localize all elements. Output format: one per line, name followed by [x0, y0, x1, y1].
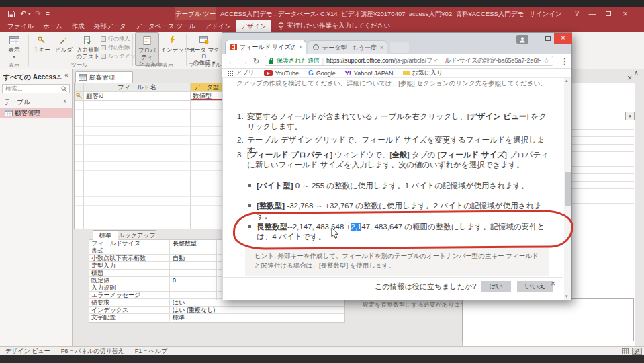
ribbon-tab-4[interactable]: データベース ツール — [131, 20, 200, 32]
feedback-yes-button[interactable]: はい — [481, 281, 511, 292]
row-selector[interactable] — [75, 171, 84, 179]
props-tab-lookup[interactable]: ルックアップ — [118, 230, 156, 240]
field-name-cell[interactable] — [84, 162, 191, 171]
ribbon-tab-5[interactable]: アドイン — [200, 20, 236, 32]
property-value[interactable]: 長整数型 — [170, 240, 197, 247]
sidebar-item-table[interactable]: 顧客管理 — [0, 108, 72, 118]
scroll-down-icon[interactable]: ▾ — [565, 294, 568, 299]
field-name-cell[interactable] — [84, 197, 191, 206]
field-name-cell[interactable] — [84, 118, 191, 127]
reload-icon[interactable]: ↻ — [253, 54, 259, 69]
row-selector[interactable] — [75, 92, 84, 101]
design-view-button[interactable] — [632, 348, 642, 355]
field-name-cell[interactable] — [84, 136, 191, 145]
ribbon-small-button-0[interactable]: 行の挿入 — [101, 34, 132, 43]
field-name-cell[interactable] — [84, 110, 191, 118]
quick-access-customize-icon[interactable]: = — [46, 7, 50, 20]
nav-menu-chevron-icon[interactable]: ▾ — [58, 73, 60, 79]
property-value[interactable] — [170, 292, 173, 298]
ribbon-tab-6[interactable]: デザイン — [236, 20, 271, 32]
back-icon[interactable]: ← — [228, 54, 236, 69]
browser-close-icon[interactable]: × — [554, 33, 572, 44]
property-value[interactable]: はい — [170, 299, 185, 306]
browser-tab-inactive[interactable]: i データ型 - もう一度学ぶM × — [308, 40, 387, 54]
minimize-icon[interactable]: — — [587, 7, 598, 20]
shutter-collapse-icon[interactable]: « — [64, 71, 68, 79]
contextual-tab-table-tools[interactable]: テーブル ツール — [175, 7, 216, 20]
property-value[interactable] — [170, 270, 173, 276]
ribbon-tab-0[interactable]: ファイル — [3, 20, 38, 32]
row-selector[interactable] — [75, 136, 84, 145]
property-value[interactable] — [170, 284, 173, 291]
property-value[interactable]: はい (重複なし) — [170, 307, 215, 313]
tab-close-icon[interactable]: × — [380, 41, 383, 54]
sidebar-section-tables[interactable]: テーブル ∧ — [0, 98, 72, 106]
tab-close-icon[interactable]: × — [299, 40, 302, 54]
field-name-cell[interactable] — [84, 179, 191, 188]
sign-in-button[interactable]: サインイン — [529, 7, 562, 20]
maximize-icon[interactable] — [606, 11, 611, 16]
search-input[interactable]: 検索... — [2, 84, 70, 93]
field-name-cell[interactable] — [84, 153, 191, 162]
ribbon-tab-1[interactable]: ホーム — [38, 20, 67, 32]
combo-dropdown-icon[interactable]: ▾ — [625, 112, 635, 120]
tell-me-box[interactable]: 実行したい作業を入力してください — [278, 20, 390, 32]
field-name-cell[interactable] — [84, 101, 191, 110]
browser-maximize-icon[interactable] — [545, 36, 551, 41]
bookmark-1[interactable]: YouTube — [264, 70, 299, 77]
property-value[interactable]: 0 — [170, 277, 176, 284]
row-selector[interactable] — [75, 206, 84, 214]
property-value[interactable]: 標準 — [170, 314, 185, 321]
row-selector[interactable] — [75, 127, 84, 136]
bookmark-4[interactable]: お気に入り — [403, 69, 443, 77]
browser-menu-icon[interactable]: ⋮ — [561, 54, 568, 69]
bookmark-0[interactable]: アプリ — [228, 69, 255, 77]
help-icon[interactable]: ? — [571, 7, 582, 20]
row-selector[interactable] — [75, 118, 84, 127]
primary-key-button[interactable]: 主キー — [31, 32, 52, 66]
feedback-close-icon[interactable]: × — [551, 279, 555, 288]
address-bar[interactable]: 保護された通信 | https://support.office.com/ja-… — [265, 56, 553, 66]
props-tab-general[interactable]: 標準 — [93, 230, 118, 240]
ribbon-tab-2[interactable]: 作成 — [67, 20, 89, 32]
row-selector[interactable] — [75, 223, 84, 229]
row-selector[interactable] — [75, 197, 84, 206]
row-selector[interactable] — [75, 145, 84, 153]
undo-icon[interactable]: ↶ — [20, 7, 26, 20]
ribbon-small-button-2[interactable]: ルックアップの変更 — [101, 52, 132, 61]
browser-minimize-icon[interactable]: — — [533, 33, 540, 42]
row-selector[interactable] — [75, 162, 84, 171]
ribbon-small-button-1[interactable]: 行の削除 — [101, 43, 132, 52]
row-selector[interactable] — [75, 153, 84, 162]
row-selector[interactable] — [75, 110, 84, 118]
field-name-cell[interactable] — [84, 145, 191, 153]
bookmark-star-icon[interactable]: ☆ — [543, 57, 549, 65]
browser-tab-active[interactable]: フィールド サイズの設定 - A × — [225, 40, 306, 54]
scroll-up-icon[interactable]: ▴ — [565, 78, 568, 83]
new-tab-button[interactable] — [390, 42, 409, 53]
row-selector[interactable] — [75, 101, 84, 110]
row-selector[interactable] — [75, 188, 84, 197]
feedback-no-button[interactable]: いいえ — [517, 281, 553, 292]
field-name-cell[interactable] — [84, 127, 191, 136]
document-close-icon[interactable]: × — [627, 74, 632, 82]
ribbon-collapse-icon[interactable]: ∧ — [634, 69, 639, 76]
field-name-cell[interactable] — [84, 223, 191, 229]
property-value[interactable] — [170, 262, 173, 269]
datasheet-view-button[interactable] — [620, 348, 630, 355]
property-value[interactable]: 自動 — [170, 255, 185, 261]
field-name-cell[interactable]: 顧客id — [84, 92, 191, 101]
save-icon[interactable] — [8, 7, 15, 20]
bookmark-3[interactable]: Y!Yahoo! JAPAN — [345, 70, 394, 77]
bookmark-2[interactable]: GGoogle — [308, 69, 336, 77]
scrollbar-thumb[interactable] — [565, 172, 571, 206]
undo-dropdown-icon[interactable]: ▾ — [28, 7, 31, 20]
document-tab[interactable]: 顧客管理 — [75, 71, 133, 83]
row-selector[interactable] — [75, 179, 84, 188]
profile-icon[interactable] — [516, 35, 528, 44]
field-name-cell[interactable] — [84, 171, 191, 179]
row-selector[interactable] — [75, 214, 84, 223]
field-name-cell[interactable] — [84, 214, 191, 223]
close-icon[interactable]: × — [620, 7, 631, 20]
field-name-cell[interactable] — [84, 188, 191, 197]
